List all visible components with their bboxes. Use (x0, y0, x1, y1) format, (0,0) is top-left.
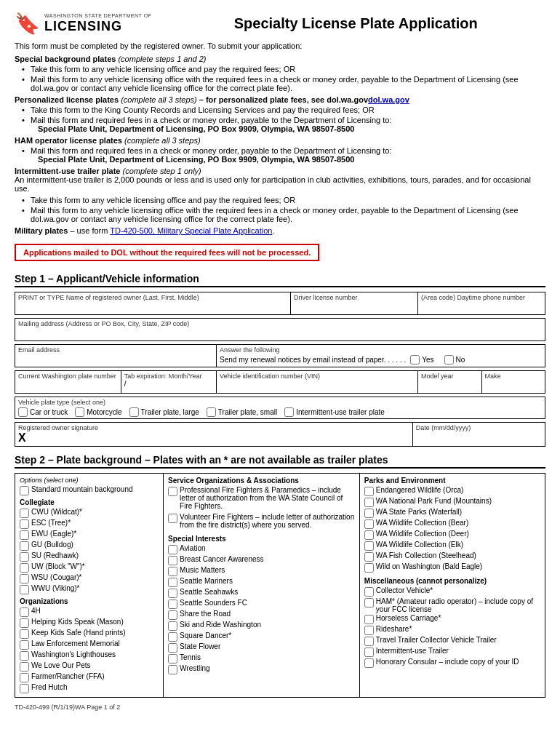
fred-hutch-cb[interactable] (20, 684, 29, 693)
music-matters-cb[interactable] (168, 567, 177, 576)
no-checkbox[interactable] (444, 355, 454, 364)
trailer-small-cb[interactable] (207, 407, 216, 417)
yes-checkbox[interactable] (410, 355, 420, 364)
natl-park-option[interactable]: WA National Park Fund (Mountains) (364, 497, 540, 507)
square-dancer-option[interactable]: Square Dancer* (168, 632, 355, 642)
intermittent-trailer-cb[interactable] (284, 407, 294, 417)
fish-collection-option[interactable]: WA Fish Collection (Steelhead) (364, 551, 540, 562)
wwu-option[interactable]: WWU (Viking)* (20, 584, 159, 594)
intermittent-trailer-cb2[interactable] (364, 648, 374, 657)
ewu-cb[interactable] (20, 530, 29, 540)
trailer-large-option[interactable]: Trailer plate, large (129, 407, 199, 417)
volunteer-fire-option[interactable]: Volunteer Fire Fighters – include letter… (168, 513, 355, 529)
uw-option[interactable]: UW (Block "W")* (20, 562, 159, 573)
state-flower-cb[interactable] (168, 643, 177, 653)
ski-ride-option[interactable]: Ski and Ride Washington (168, 621, 355, 631)
motorcycle-option[interactable]: Motorcycle (75, 407, 121, 417)
rideshare-cb[interactable] (364, 626, 374, 635)
wsu-cb[interactable] (20, 574, 29, 583)
wwu-cb[interactable] (20, 585, 29, 594)
standard-option[interactable]: Standard mountain background (20, 485, 159, 495)
wildlife-elk-option[interactable]: WA Wildlife Collection (Elk) (364, 541, 540, 551)
state-parks-cb[interactable] (364, 509, 374, 518)
standard-cb[interactable] (20, 486, 29, 495)
yes-checkbox-label[interactable]: Yes (410, 355, 433, 364)
cwu-option[interactable]: CWU (Wildcat)* (20, 508, 159, 518)
breast-cancer-option[interactable]: Breast Cancer Awareness (168, 555, 355, 565)
lighthouses-option[interactable]: Washington's Lighthouses (20, 650, 159, 661)
horseless-cb[interactable] (364, 615, 374, 624)
natl-park-cb[interactable] (364, 498, 374, 507)
horseless-option[interactable]: Horseless Carriage* (364, 614, 540, 624)
su-cb[interactable] (20, 552, 29, 562)
we-love-pets-cb[interactable] (20, 662, 29, 672)
dol-link-1[interactable]: dol.wa.gov (368, 95, 409, 104)
trailer-small-option[interactable]: Trailer plate, small (207, 407, 277, 417)
wild-on-wa-option[interactable]: Wild on Washington (Bald Eagle) (364, 562, 540, 573)
esc-cb[interactable] (20, 519, 29, 529)
share-road-cb[interactable] (168, 610, 177, 620)
wildlife-deer-cb[interactable] (364, 530, 374, 540)
square-dancer-cb[interactable] (168, 632, 177, 642)
law-enforcement-cb[interactable] (20, 640, 29, 650)
seahawks-cb[interactable] (168, 589, 177, 598)
law-enforcement-option[interactable]: Law Enforcement Memorial (20, 640, 159, 650)
helping-kids-option[interactable]: Helping Kids Speak (Mason) (20, 618, 159, 628)
fred-hutch-option[interactable]: Fred Hutch (20, 683, 159, 693)
keep-kids-cb[interactable] (20, 629, 29, 639)
tennis-option[interactable]: Tennis (168, 653, 355, 664)
4h-option[interactable]: 4H (20, 607, 159, 617)
music-matters-option[interactable]: Music Matters (168, 566, 355, 576)
volunteer-fire-cb[interactable] (168, 514, 177, 523)
seahawks-option[interactable]: Seattle Seahawks (168, 588, 355, 598)
wsu-option[interactable]: WSU (Cougar)* (20, 573, 159, 583)
aviation-option[interactable]: Aviation (168, 544, 355, 554)
motorcycle-cb[interactable] (75, 407, 84, 417)
sounders-option[interactable]: Seattle Sounders FC (168, 599, 355, 609)
gu-option[interactable]: GU (Bulldog) (20, 541, 159, 551)
we-love-pets-option[interactable]: We Love Our Pets (20, 661, 159, 672)
ham-option[interactable]: HAM* (Amateur radio operator) – include … (364, 597, 540, 613)
mariners-option[interactable]: Seattle Mariners (168, 577, 355, 587)
wrestling-option[interactable]: Wrestling (168, 664, 355, 674)
fire-fighters-option[interactable]: Professional Fire Fighters & Paramedics … (168, 486, 355, 510)
ewu-option[interactable]: EWU (Eagle)* (20, 530, 159, 540)
orca-option[interactable]: Endangered Wildlife (Orca) (364, 486, 540, 496)
travel-trailer-cb[interactable] (364, 637, 374, 646)
wild-on-wa-cb[interactable] (364, 563, 374, 573)
state-parks-option[interactable]: WA State Parks (Waterfall) (364, 508, 540, 518)
intermittent-trailer-option2[interactable]: Intermittent-use Trailer (364, 647, 540, 657)
collector-vehicle-cb[interactable] (364, 587, 374, 597)
4h-cb[interactable] (20, 607, 29, 617)
tennis-cb[interactable] (168, 654, 177, 664)
wildlife-deer-option[interactable]: WA Wildlife Collection (Deer) (364, 530, 540, 540)
car-truck-option[interactable]: Car or truck (18, 407, 68, 417)
su-option[interactable]: SU (Redhawk) (20, 551, 159, 562)
ffa-option[interactable]: Farmer/Rancher (FFA) (20, 672, 159, 682)
uw-cb[interactable] (20, 563, 29, 573)
trailer-large-cb[interactable] (129, 407, 139, 417)
wildlife-bear-cb[interactable] (364, 519, 374, 529)
honorary-consular-option[interactable]: Honorary Consular – include copy of your… (364, 658, 540, 668)
sounders-cb[interactable] (168, 599, 177, 609)
wrestling-cb[interactable] (168, 665, 177, 674)
military-link[interactable]: TD-420-500, Military Special Plate Appli… (110, 226, 272, 235)
fish-collection-cb[interactable] (364, 552, 374, 562)
rideshare-option[interactable]: Rideshare* (364, 625, 540, 635)
ham-cb[interactable] (364, 598, 374, 607)
collector-vehicle-option[interactable]: Collector Vehicle* (364, 586, 540, 597)
gu-cb[interactable] (20, 541, 29, 551)
share-road-option[interactable]: Share the Road (168, 610, 355, 620)
wildlife-bear-option[interactable]: WA Wildlife Collection (Bear) (364, 519, 540, 529)
travel-trailer-option[interactable]: Travel Trailer Collector Vehicle Trailer (364, 636, 540, 646)
lighthouses-cb[interactable] (20, 651, 29, 661)
honorary-consular-cb[interactable] (364, 658, 374, 668)
aviation-cb[interactable] (168, 545, 177, 554)
breast-cancer-cb[interactable] (168, 556, 177, 565)
ski-ride-cb[interactable] (168, 621, 177, 631)
ffa-cb[interactable] (20, 673, 29, 682)
car-truck-cb[interactable] (18, 407, 28, 417)
fire-fighters-cb[interactable] (168, 487, 177, 496)
mariners-cb[interactable] (168, 578, 177, 587)
helping-kids-cb[interactable] (20, 618, 29, 628)
